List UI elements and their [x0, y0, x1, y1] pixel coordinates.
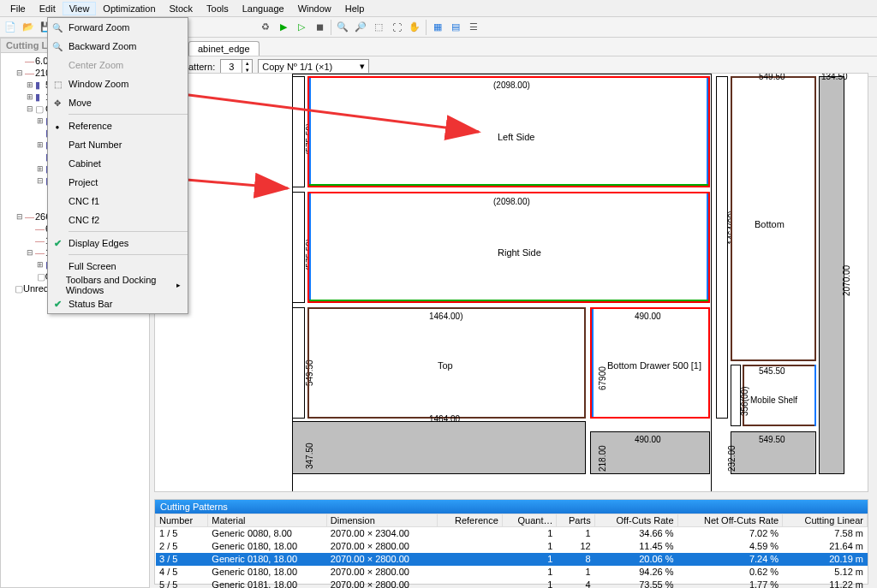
tree-expand-icon[interactable]: ⊞: [25, 80, 35, 89]
menu-item-label: Reference: [69, 121, 112, 131]
menu-item-label: Part Number: [69, 140, 122, 150]
zoom-in-icon[interactable]: 🔍: [334, 19, 351, 36]
tree-node-icon: —: [35, 247, 45, 258]
menu-item-forward-zoom[interactable]: 🔍Forward Zoom: [48, 18, 188, 37]
menu-item-project[interactable]: Project: [48, 173, 188, 192]
col-header[interactable]: Number: [156, 514, 208, 527]
cutting-diagram[interactable]: (575.50) (575.50) 549.50 (2098.00) Left …: [154, 73, 868, 492]
menu-item-label: Status Bar: [69, 299, 112, 309]
tree-expand-icon[interactable]: ⊞: [35, 260, 45, 269]
menu-window[interactable]: Window: [291, 2, 338, 15]
menu-item-label: Center Zoom: [69, 60, 123, 70]
spin-up-icon[interactable]: ▲: [242, 60, 252, 67]
col-header[interactable]: Parts: [557, 514, 594, 527]
pattern-spinner[interactable]: ▲▼: [220, 59, 253, 74]
col-header[interactable]: Net Off-Cuts Rate: [677, 514, 783, 527]
zoom-fit-icon[interactable]: ⛶: [388, 19, 405, 36]
grid-icon[interactable]: ▦: [429, 19, 446, 36]
table-row[interactable]: 5 / 5Generic 0181, 18.002070.00 × 2800.0…: [156, 579, 868, 589]
dim-2070: 2070.00: [842, 265, 851, 296]
col-header[interactable]: Material: [208, 514, 327, 527]
new-icon[interactable]: 📄: [2, 19, 19, 36]
menu-item-reference[interactable]: Reference: [48, 116, 188, 135]
menu-item-window-zoom[interactable]: ⬚Window Zoom: [48, 74, 188, 93]
table-cell: 2070.00 × 2800.00: [326, 579, 437, 589]
table-cell: 7.02 %: [677, 527, 783, 540]
menu-item-label: CNC f2: [69, 215, 99, 225]
menu-item-toolbars-and-docking-windows[interactable]: Toolbars and Docking Windows: [48, 276, 188, 294]
table-row[interactable]: 3 / 5Generic 0180, 18.002070.00 × 2800.0…: [156, 553, 868, 566]
menu-item-display-edges[interactable]: ✔Display Edges: [48, 234, 188, 252]
hand-icon[interactable]: ✋: [406, 19, 423, 36]
menu-item-cnc-f1[interactable]: CNC f1: [48, 192, 188, 211]
table-cell: [437, 527, 502, 540]
menu-item-cabinet[interactable]: Cabinet: [48, 154, 188, 173]
tree-expand-icon[interactable]: ⊞: [35, 140, 45, 149]
menu-item-full-screen[interactable]: Full Screen: [48, 257, 188, 276]
check-icon: ✔: [50, 238, 65, 249]
playall-icon[interactable]: ▷: [293, 19, 310, 36]
menu-icon: [50, 277, 63, 293]
tree-expand-icon[interactable]: ⊟: [35, 176, 45, 185]
stop-icon[interactable]: ◼: [311, 19, 328, 36]
dim-left-2: [292, 192, 305, 303]
table-cell: 7.58 m: [783, 527, 868, 540]
label-left-side: Left Side: [498, 132, 534, 142]
dim-347: 347.50: [305, 442, 314, 469]
table-cell: 1.77 %: [677, 579, 783, 589]
cutting-patterns-table[interactable]: NumberMaterialDimensionReferenceQuant…Pa…: [155, 514, 868, 588]
menu-edit[interactable]: Edit: [33, 2, 63, 15]
menu-item-move[interactable]: ✥Move: [48, 93, 188, 112]
menu-item-backward-zoom[interactable]: 🔍Backward Zoom: [48, 37, 188, 56]
col-header[interactable]: Cutting Linear: [783, 514, 868, 527]
list-icon[interactable]: ☰: [465, 19, 482, 36]
tab-cabinet-edge[interactable]: abinet_edge: [188, 41, 260, 56]
dim-1464-top: 1464.00): [429, 312, 462, 321]
menu-icon: [50, 156, 65, 171]
menu-tools[interactable]: Tools: [200, 2, 236, 15]
open-icon[interactable]: 📂: [20, 19, 37, 36]
menu-item-label: Backward Zoom: [69, 41, 136, 51]
table-cell: 21.64 m: [783, 540, 868, 553]
col-header[interactable]: Off-Cuts Rate: [594, 514, 677, 527]
col-header[interactable]: Reference: [437, 514, 502, 527]
dim-549-b: 549.50: [759, 435, 785, 444]
tree-expand-icon[interactable]: ⊞: [25, 92, 35, 101]
layout-icon[interactable]: ▤: [447, 19, 464, 36]
menu-optimization[interactable]: Optimization: [96, 2, 162, 15]
refresh-icon[interactable]: ♻: [257, 19, 274, 36]
col-header[interactable]: Quant…: [502, 514, 557, 527]
menu-item-cnc-f2[interactable]: CNC f2: [48, 211, 188, 229]
menu-language[interactable]: Language: [236, 2, 291, 15]
copy-combo[interactable]: Copy Nº 1/1 (×1) ▾: [258, 59, 369, 74]
tree-expand-icon[interactable]: ⊞: [35, 116, 45, 125]
menu-help[interactable]: Help: [338, 2, 372, 15]
table-row[interactable]: 1 / 5Generic 0080, 8.002070.00 × 2304.00…: [156, 527, 868, 540]
table-cell: 1: [502, 566, 557, 579]
cutting-patterns-panel: Cutting Patterns NumberMaterialDimension…: [154, 499, 868, 585]
zoom-out-icon[interactable]: 🔎: [352, 19, 369, 36]
table-row[interactable]: 4 / 5Generic 0180, 18.002070.00 × 2800.0…: [156, 566, 868, 579]
menu-item-center-zoom[interactable]: Center Zoom: [48, 56, 188, 74]
tree-expand-icon[interactable]: ⊞: [35, 164, 45, 173]
tree-expand-icon[interactable]: ⊟: [15, 68, 25, 77]
zoom-window-icon[interactable]: ⬚: [370, 19, 387, 36]
tree-expand-icon[interactable]: ⊟: [25, 248, 35, 257]
pattern-spinner-input[interactable]: [221, 60, 242, 74]
col-header[interactable]: Dimension: [326, 514, 437, 527]
menu-stock[interactable]: Stock: [163, 2, 200, 15]
table-cell: Generic 0180, 18.00: [208, 540, 327, 553]
menu-icon: [50, 193, 65, 209]
table-row[interactable]: 2 / 5Generic 0180, 18.002070.00 × 2800.0…: [156, 540, 868, 553]
table-cell: 1: [557, 566, 594, 579]
menu-item-label: Move: [69, 98, 92, 108]
tree-expand-icon[interactable]: ⊟: [25, 104, 35, 113]
menu-item-label: Cabinet: [69, 158, 101, 169]
tree-expand-icon[interactable]: ⊟: [15, 212, 25, 221]
menu-icon: ⬚: [50, 76, 65, 92]
menu-item-status-bar[interactable]: ✔Status Bar: [48, 294, 188, 313]
menu-file[interactable]: File: [3, 2, 33, 15]
menu-view[interactable]: View: [63, 2, 97, 15]
menu-item-part-number[interactable]: Part Number: [48, 135, 188, 154]
play-icon[interactable]: ▶: [275, 19, 292, 36]
